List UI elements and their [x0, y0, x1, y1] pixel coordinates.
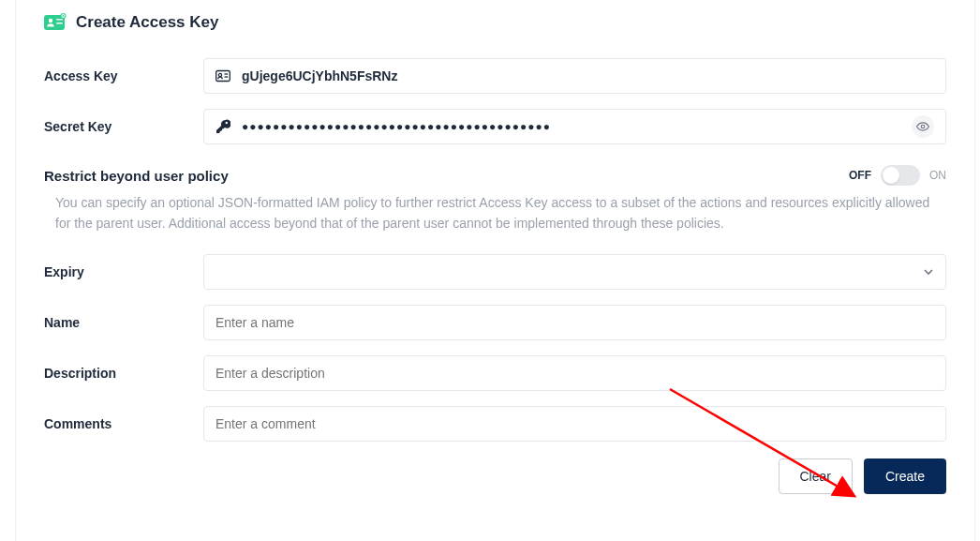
svg-point-1 — [49, 19, 52, 23]
secret-key-field[interactable]: ●●●●●●●●●●●●●●●●●●●●●●●●●●●●●●●●●●●●●●●● — [203, 109, 946, 144]
svg-rect-2 — [56, 19, 63, 21]
svg-point-8 — [218, 73, 221, 76]
toggle-knob — [883, 167, 899, 184]
access-key-value: gUjege6UCjYbhN5FsRNz — [242, 68, 934, 83]
expiry-label: Expiry — [44, 264, 185, 279]
restrict-section: Restrict beyond user policy OFF ON You c… — [44, 165, 946, 233]
restrict-toggle-group: OFF ON — [849, 165, 946, 186]
svg-point-11 — [921, 125, 925, 128]
restrict-title: Restrict beyond user policy — [44, 168, 229, 184]
toggle-off-label: OFF — [849, 169, 871, 182]
comments-label: Comments — [44, 416, 185, 431]
svg-point-6 — [63, 15, 65, 17]
svg-rect-3 — [56, 23, 63, 24]
description-input[interactable] — [215, 366, 934, 381]
expiry-select[interactable] — [203, 254, 946, 290]
secret-key-label: Secret Key — [44, 119, 185, 134]
comments-row: Comments — [44, 406, 946, 442]
badge-icon — [215, 69, 230, 83]
svg-rect-7 — [216, 71, 230, 82]
restrict-description: You can specify an optional JSON-formatt… — [44, 193, 946, 233]
name-row: Name — [44, 305, 946, 340]
access-key-label: Access Key — [44, 68, 185, 83]
description-label: Description — [44, 366, 185, 381]
chevron-down-icon — [923, 266, 934, 278]
reveal-secret-button[interactable] — [912, 115, 934, 138]
description-field-wrapper — [203, 355, 946, 391]
access-key-field[interactable]: gUjege6UCjYbhN5FsRNz — [203, 58, 946, 94]
page-header: Create Access Key — [44, 13, 946, 32]
secret-key-masked: ●●●●●●●●●●●●●●●●●●●●●●●●●●●●●●●●●●●●●●●● — [242, 120, 900, 133]
name-field-wrapper — [203, 305, 946, 340]
page-title: Create Access Key — [76, 13, 218, 32]
comments-input[interactable] — [215, 416, 934, 431]
id-card-icon — [44, 13, 67, 32]
create-button[interactable]: Create — [864, 458, 946, 494]
form-actions: Clear Create — [44, 458, 946, 494]
name-label: Name — [44, 315, 185, 330]
key-icon — [215, 119, 230, 134]
description-row: Description — [44, 355, 946, 391]
secret-key-row: Secret Key ●●●●●●●●●●●●●●●●●●●●●●●●●●●●●… — [44, 109, 946, 144]
restrict-toggle[interactable] — [881, 165, 920, 186]
clear-button[interactable]: Clear — [779, 458, 853, 494]
access-key-row: Access Key gUjege6UCjYbhN5FsRNz — [44, 58, 946, 94]
expiry-row: Expiry — [44, 254, 946, 290]
toggle-on-label: ON — [929, 169, 946, 182]
create-access-key-panel: Create Access Key Access Key gUjege6UCjY… — [15, 0, 975, 541]
comments-field-wrapper — [203, 406, 946, 442]
name-input[interactable] — [215, 315, 934, 330]
